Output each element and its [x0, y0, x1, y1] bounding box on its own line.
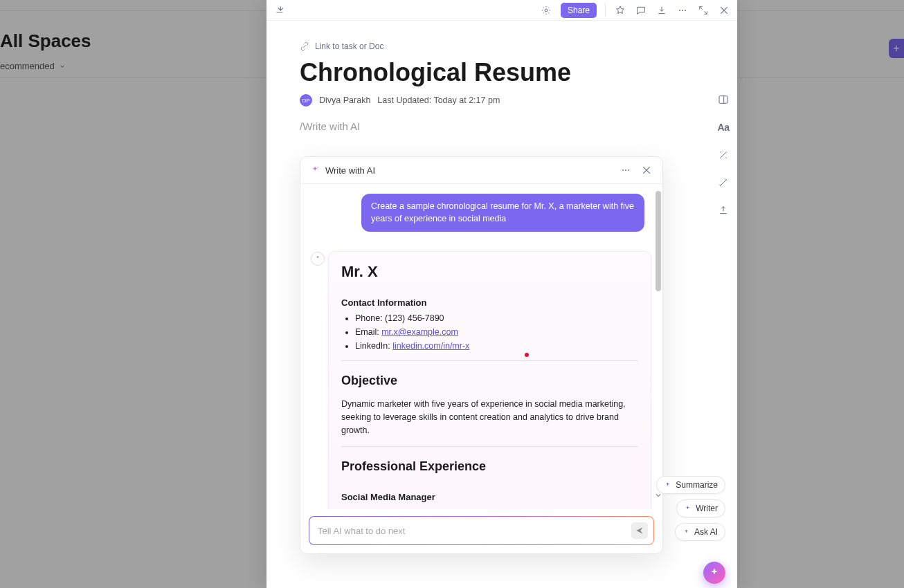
- ai-send-button[interactable]: [631, 522, 648, 539]
- side-tools: Aa: [716, 93, 730, 217]
- svg-rect-4: [719, 96, 727, 104]
- job-title: Social Media Manager: [341, 492, 638, 502]
- typography-icon[interactable]: Aa: [716, 120, 730, 134]
- more-icon[interactable]: [676, 4, 689, 17]
- resume-name: Mr. X: [341, 263, 638, 281]
- sparkle-icon: [310, 165, 320, 175]
- ai-response-card: Mr. X Contact Information Phone: (123) 4…: [328, 251, 651, 509]
- slash-command-text[interactable]: /Write with AI: [300, 120, 704, 132]
- svg-point-0: [545, 9, 548, 12]
- document-meta: DP Divya Parakh Last Updated: Today at 2…: [300, 94, 704, 107]
- topbar-divider: [605, 4, 606, 17]
- svg-point-6: [317, 167, 318, 167]
- pill-writer[interactable]: Writer: [676, 499, 725, 517]
- author-name: Divya Parakh: [319, 95, 370, 105]
- email-link[interactable]: mr.x@example.com: [381, 327, 458, 337]
- ai-sparkle-badge: [311, 252, 325, 266]
- contact-list: Phone: (123) 456-7890 Email: mr.x@exampl…: [341, 313, 638, 351]
- ai-input-wrapper: [309, 516, 654, 545]
- author-avatar: DP: [300, 94, 312, 107]
- last-updated: Last Updated: Today at 2:17 pm: [377, 95, 500, 105]
- ai-scrollbar-thumb[interactable]: [656, 191, 661, 291]
- comment-icon[interactable]: [635, 4, 647, 17]
- close-icon[interactable]: [718, 4, 730, 17]
- job-company: XYZ Marketing Agency, New York, NY: [341, 508, 638, 509]
- wand-icon[interactable]: [716, 176, 730, 190]
- star-icon[interactable]: [614, 4, 626, 17]
- link-task-doc[interactable]: Link to task or Doc: [300, 42, 704, 51]
- ai-fab-button[interactable]: [703, 562, 725, 584]
- svg-point-3: [685, 10, 686, 11]
- objective-heading: Objective: [341, 374, 638, 388]
- ai-more-icon[interactable]: [620, 164, 632, 176]
- objective-body: Dynamic marketer with five years of expe…: [341, 398, 638, 437]
- user-prompt-bubble: Create a sample chronological resume for…: [361, 194, 644, 232]
- ai-panel: Write with AI Create a sample chronologi…: [300, 156, 663, 554]
- divider: [341, 360, 638, 361]
- magic-icon[interactable]: [716, 148, 730, 162]
- download-icon[interactable]: [656, 4, 668, 17]
- contact-phone: Phone: (123) 456-7890: [355, 313, 638, 323]
- svg-point-7: [622, 169, 624, 171]
- svg-point-2: [682, 10, 683, 11]
- sidepanel-icon[interactable]: [716, 93, 730, 107]
- contact-linkedin: LinkedIn: linkedin.com/in/mr-x: [355, 341, 638, 351]
- ai-panel-title: Write with AI: [325, 165, 375, 176]
- svg-point-9: [628, 169, 629, 171]
- link-task-doc-label: Link to task or Doc: [315, 42, 383, 51]
- share-button[interactable]: Share: [561, 3, 597, 18]
- ai-close-icon[interactable]: [640, 164, 653, 176]
- pill-summarize[interactable]: Summarize: [656, 476, 725, 494]
- back-icon[interactable]: [273, 4, 286, 17]
- svg-point-8: [625, 169, 626, 171]
- document-topbar: Share: [266, 0, 737, 21]
- ai-input-row: [300, 509, 662, 553]
- ai-quick-pills: Summarize Writer Ask AI: [656, 476, 725, 541]
- expand-icon[interactable]: [697, 4, 709, 17]
- cursor-dot-icon: [525, 353, 529, 357]
- contact-email: Email: mr.x@example.com: [355, 327, 638, 337]
- contact-heading: Contact Information: [341, 297, 638, 308]
- pill-ask-ai[interactable]: Ask AI: [675, 523, 725, 541]
- divider: [341, 446, 638, 447]
- ai-panel-header: Write with AI: [300, 157, 662, 184]
- prof-exp-heading: Professional Experience: [341, 459, 638, 474]
- ai-content: Create a sample chronological resume for…: [300, 184, 662, 509]
- settings-icon[interactable]: [540, 4, 552, 17]
- export-icon[interactable]: [716, 203, 730, 217]
- svg-point-1: [679, 10, 680, 11]
- linkedin-link[interactable]: linkedin.com/in/mr-x: [392, 341, 469, 351]
- document-title[interactable]: Chronological Resume: [300, 58, 704, 87]
- ai-input-field[interactable]: [318, 526, 631, 536]
